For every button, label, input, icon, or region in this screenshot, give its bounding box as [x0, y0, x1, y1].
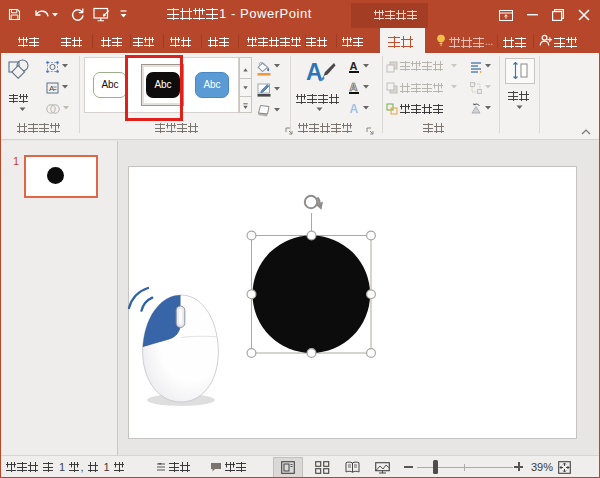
svg-text:A: A	[49, 84, 55, 93]
svg-text:A: A	[350, 81, 358, 93]
svg-text:A: A	[350, 60, 358, 72]
svg-text:A: A	[350, 102, 359, 115]
